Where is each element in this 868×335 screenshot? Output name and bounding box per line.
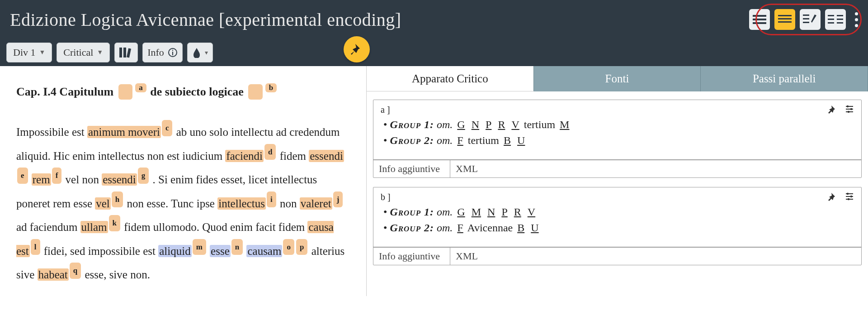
chevron-down-icon: ▼ xyxy=(39,49,46,56)
pin-icon[interactable] xyxy=(828,105,837,114)
note-marker[interactable]: h xyxy=(112,191,123,208)
edition-select[interactable]: Critical▼ xyxy=(57,43,110,62)
note-marker[interactable]: k xyxy=(109,215,120,231)
droplet-icon xyxy=(192,47,201,58)
lemma[interactable]: faciendi xyxy=(225,150,264,162)
witness-link[interactable]: F xyxy=(457,222,463,234)
lemma[interactable]: habeat xyxy=(38,268,69,281)
note-marker[interactable]: j xyxy=(333,191,343,208)
info-button[interactable]: Info aggiuntive xyxy=(373,160,450,177)
info-button[interactable]: Info aggiuntive xyxy=(373,248,450,265)
pin-badge[interactable] xyxy=(344,36,370,62)
chapter-ref: Cap. I.4 Capitulum xyxy=(16,85,113,98)
note-marker[interactable]: n xyxy=(231,239,243,255)
books-icon xyxy=(119,47,133,58)
witness-link[interactable]: U xyxy=(517,134,525,146)
xml-button[interactable]: XML xyxy=(450,248,861,265)
chapter-heading: Cap. I.4 Capitulum a de subiecto logicae… xyxy=(16,84,348,100)
apparatus-entry: b ]• Group 1: om. G M N P R V• Group 2: … xyxy=(373,187,862,265)
note-marker[interactable]: c xyxy=(162,120,173,136)
note-marker[interactable]: p xyxy=(296,239,307,255)
witness-link[interactable]: R xyxy=(514,206,521,218)
lemma[interactable]: aliquid xyxy=(158,245,191,257)
witness-link[interactable]: G xyxy=(457,206,465,218)
info-button[interactable]: Info xyxy=(142,43,183,62)
svg-rect-7 xyxy=(803,18,809,19)
svg-point-26 xyxy=(848,111,849,113)
lemma[interactable]: causam xyxy=(246,245,282,257)
division-select[interactable]: Div 1▼ xyxy=(6,43,52,62)
witness-link[interactable]: P xyxy=(501,206,507,218)
variant-group: • Group 2: om. F Avicennae B U xyxy=(383,222,851,234)
more-menu-icon[interactable] xyxy=(855,12,858,27)
note-marker-b[interactable]: b xyxy=(265,83,277,92)
svg-rect-15 xyxy=(119,48,122,57)
lemma-marker[interactable] xyxy=(118,84,133,100)
chevron-down-icon: ▼ xyxy=(97,49,103,56)
witness-link[interactable]: G xyxy=(457,119,465,130)
lemma[interactable]: valeret xyxy=(300,197,332,210)
color-toggle-button[interactable]: ▾ xyxy=(187,43,213,62)
witness-link[interactable]: F xyxy=(457,134,463,146)
note-marker[interactable]: d xyxy=(264,144,276,160)
note-marker[interactable]: f xyxy=(52,168,62,184)
lemma[interactable]: animum moveri xyxy=(87,126,161,138)
note-marker[interactable]: g xyxy=(138,168,149,184)
note-marker[interactable]: q xyxy=(70,263,81,279)
view-mode-buttons xyxy=(749,9,858,30)
note-marker[interactable]: o xyxy=(283,239,294,255)
note-marker[interactable]: i xyxy=(267,191,276,208)
witness-link[interactable]: M xyxy=(560,119,569,130)
svg-point-24 xyxy=(847,105,849,107)
note-marker[interactable]: l xyxy=(31,239,40,255)
witness-link[interactable]: V xyxy=(511,119,519,130)
witness-link[interactable]: R xyxy=(498,119,505,130)
svg-rect-17 xyxy=(127,48,131,58)
note-marker[interactable]: m xyxy=(193,239,206,255)
svg-point-30 xyxy=(847,193,849,195)
witnesses-button[interactable] xyxy=(114,43,138,62)
witness-link[interactable]: M xyxy=(472,206,481,218)
pin-icon[interactable] xyxy=(828,192,837,201)
lemma[interactable]: essendi xyxy=(309,150,344,162)
view-split-icon[interactable] xyxy=(825,9,846,30)
lemma[interactable]: intellectus xyxy=(217,197,266,210)
view-text-icon[interactable] xyxy=(774,9,795,30)
lemma[interactable]: vel xyxy=(95,197,111,210)
witness-link[interactable]: P xyxy=(486,119,491,130)
witness-link[interactable]: U xyxy=(531,222,538,234)
svg-rect-10 xyxy=(828,19,834,20)
tab-apparatus[interactable]: Apparato Critico xyxy=(367,66,534,91)
settings-icon[interactable] xyxy=(845,105,854,114)
pin-icon xyxy=(350,43,363,56)
svg-rect-20 xyxy=(172,50,173,51)
edition-text: Impossibile est animum moveric ab uno so… xyxy=(16,120,348,287)
lemma[interactable]: esse xyxy=(210,245,231,257)
view-list-icon[interactable] xyxy=(749,9,770,30)
lemma[interactable]: rem xyxy=(32,173,51,186)
svg-point-32 xyxy=(848,198,849,200)
witness-link[interactable]: B xyxy=(504,134,511,146)
svg-rect-13 xyxy=(837,19,843,20)
witness-link[interactable]: N xyxy=(487,206,495,218)
note-marker-a[interactable]: a xyxy=(135,83,146,92)
main-split: Cap. I.4 Capitulum a de subiecto logicae… xyxy=(0,66,868,296)
svg-rect-1 xyxy=(753,19,766,20)
xml-button[interactable]: XML xyxy=(450,160,861,177)
note-marker[interactable]: e xyxy=(17,168,28,184)
tab-sources[interactable]: Fonti xyxy=(534,66,701,91)
witness-link[interactable]: V xyxy=(528,206,535,218)
settings-icon[interactable] xyxy=(845,192,854,201)
text-pane: Cap. I.4 Capitulum a de subiecto logicae… xyxy=(0,66,366,296)
tab-parallels[interactable]: Passi paralleli xyxy=(701,66,868,91)
witness-link[interactable]: B xyxy=(517,222,524,234)
chevron-down-icon: ▾ xyxy=(205,49,208,57)
witness-link[interactable]: N xyxy=(472,119,479,130)
lemma[interactable]: ullam xyxy=(80,221,108,233)
chapter-title: de subiecto logicae xyxy=(150,85,244,98)
apparatus-entry: a ]• Group 1: om. G N P R V tertium M• G… xyxy=(373,100,862,178)
lemma[interactable]: essendi xyxy=(102,173,137,186)
view-edit-icon[interactable] xyxy=(800,9,821,30)
lemma-marker[interactable] xyxy=(248,84,263,100)
svg-rect-3 xyxy=(778,15,792,16)
